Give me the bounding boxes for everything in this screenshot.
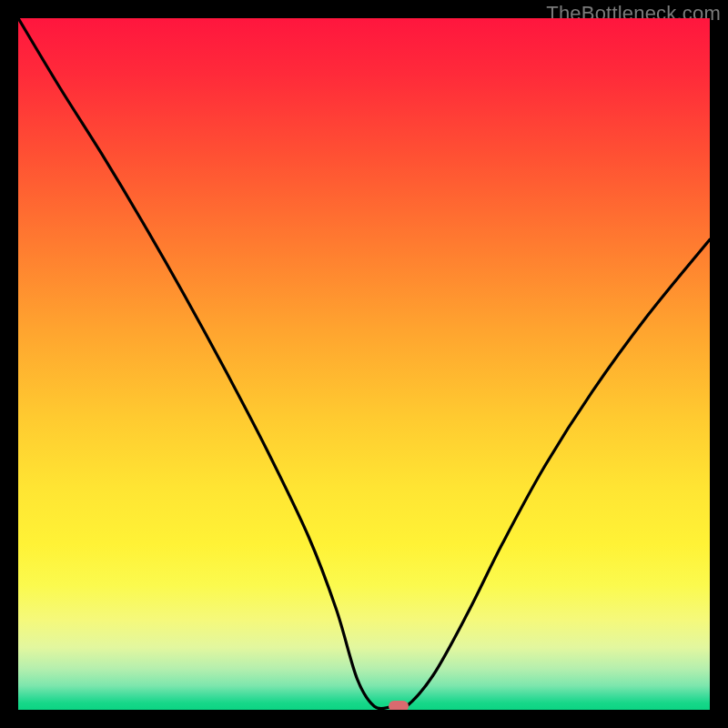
plot-area [18, 18, 710, 710]
chart-stage: TheBottleneck.com [0, 0, 728, 728]
background-gradient [18, 18, 710, 710]
